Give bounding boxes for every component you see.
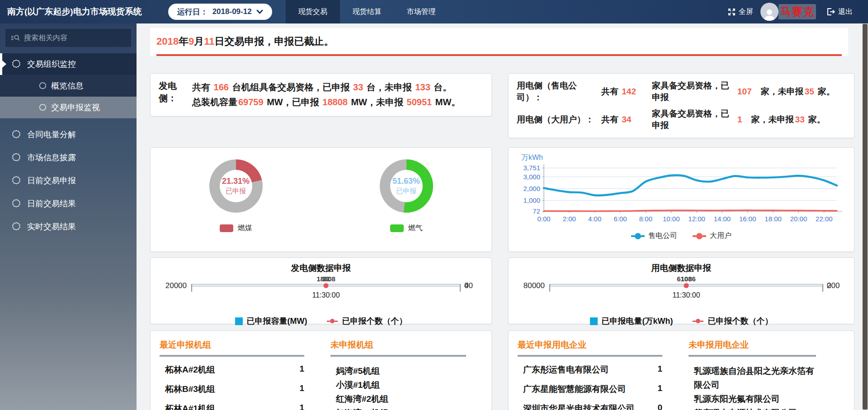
list-title: 未申报机组 (330, 339, 466, 351)
legend-item-energy[interactable]: 已申报电量(万kWh) (590, 316, 673, 326)
sidebar-menu: 交易组织监控 概览信息 交易申报监视 合同电量分解 市场信息披露 (0, 53, 137, 238)
legend-item-capacity[interactable]: 已申报容量(MW) (235, 316, 307, 326)
svg-text:72: 72 (533, 207, 540, 215)
item-count: 1 (657, 364, 662, 376)
fullscreen-label: 全屏 (739, 7, 753, 17)
list-underline (160, 355, 304, 357)
header-right: 全屏 马赛克 退出 (728, 3, 853, 21)
use-row-label: 用电侧（售电公司）： (517, 80, 596, 103)
list-title: 最近申报用电企业 (518, 339, 662, 351)
seal-icon (12, 222, 21, 231)
legend-item-count[interactable]: 已申报个数（个） (693, 316, 773, 326)
sidebar-item-dayahead-results[interactable]: 日前交易结果 (0, 193, 137, 214)
sidebar-item-overview-info[interactable]: 概览信息 (0, 75, 137, 97)
donut-legend-swatch (390, 224, 404, 232)
list-item: 柘林A#2机组1 (160, 364, 304, 376)
logout-button[interactable]: 退出 (827, 7, 853, 17)
nav-tabs: 现货交易 现货结算 市场管理 (286, 0, 448, 23)
seal-icon (12, 199, 21, 208)
list-item: 妈湾#5机组 (330, 364, 466, 378)
tab-spot-settlement[interactable]: 现货结算 (340, 0, 394, 23)
run-date-value: 2018-09-12 (212, 7, 252, 16)
red-dot-marker (327, 319, 338, 323)
pending-units-column: 未申报机组 妈湾#5机组 小漠#1机组 红海湾#2机组 红海湾#1机组 韶关B#… (330, 339, 466, 410)
legend-item-large-user[interactable]: 大用户 (693, 231, 731, 241)
consumption-stats-card: 用电侧（售电公司）： 共有 142 家具备交易资格，已申报 107家，未申报35… (508, 73, 854, 138)
scrollbar[interactable] (862, 23, 868, 410)
app-title: 南方(以广东起步)电力市场现货系统 (7, 6, 142, 18)
list-underline (689, 355, 816, 357)
recent-units-column: 最近申报机组 柘林A#2机组1 柘林B#3机组1 柘林A#1机组1 (160, 339, 304, 410)
sidebar-item-trade-org-monitor[interactable]: 交易组织监控 (0, 53, 137, 75)
svg-text:6:00: 6:00 (613, 215, 627, 223)
item-count: 1 (657, 383, 662, 395)
sidebar-item-contract-decomposition[interactable]: 合同电量分解 (0, 124, 137, 145)
legend-label: 燃气 (408, 224, 423, 233)
logout-icon (827, 8, 835, 15)
pending-enterprises-column: 未申报用电企业 乳源瑶族自治县阳之光亲水箔有限公司 乳源东阳光氟有限公司 肇庆理… (689, 339, 816, 410)
sidebar-item-dayahead-declaration[interactable]: 日前交易申报 (0, 170, 137, 191)
gas-donut-group: 51.63% 已申报 燃气 (380, 159, 433, 252)
legend-item-seller[interactable]: 售电公司 (631, 231, 677, 241)
coal-legend[interactable]: 燃煤 (220, 224, 252, 233)
svg-text:10:00: 10:00 (663, 215, 680, 223)
list-underline (330, 355, 466, 357)
sidebar-item-realtime-results[interactable]: 实时交易结果 (0, 216, 137, 238)
slider-handle[interactable] (684, 283, 689, 288)
svg-text:20:00: 20:00 (790, 215, 807, 223)
svg-text:3,751: 3,751 (523, 164, 540, 172)
search-icon (11, 34, 20, 42)
seal-icon (12, 176, 21, 185)
slider-row: 发电侧数据申报 20000 18808 33 11:30:00 40 0 (150, 257, 848, 324)
consumption-declaration-slider-card: 用电侧数据申报 80000 61086 108 11:30:00 200 0 (508, 257, 854, 324)
item-count: 1 (299, 403, 304, 410)
legend-label: 燃煤 (238, 224, 252, 233)
use-row-label: 用电侧（大用户）： (517, 114, 596, 126)
scrollbar-thumb[interactable] (863, 24, 868, 410)
gen-side-label: 发电侧： (159, 80, 185, 110)
notice-title: 2018年9月11日交易申报，申报已截止。 (156, 35, 842, 48)
list-item: 广东彤运售电有限公司1 (518, 364, 662, 376)
sidebar-search[interactable] (5, 29, 131, 47)
slider-count: 108 (680, 275, 692, 283)
slider-count: 33 (322, 275, 330, 283)
slider-left-label: 80000 (517, 280, 549, 290)
sidebar-item-label: 交易申报监视 (51, 102, 100, 113)
sidebar-item-market-info-disclosure[interactable]: 市场信息披露 (0, 147, 137, 168)
avatar[interactable] (760, 3, 778, 21)
generation-stats-card: 发电侧： 共有 166 台机组具备交易资格，已申报 33 台，未申报 133 台… (150, 73, 492, 116)
seal-icon (12, 60, 21, 69)
donut-center-pct: 51.63% (392, 177, 420, 186)
gas-legend[interactable]: 燃气 (390, 224, 423, 233)
svg-text:12:00: 12:00 (688, 215, 705, 223)
blue-square-marker (235, 317, 243, 325)
list-item: 深圳市华星光电技术有限公司0 (518, 403, 662, 410)
use-row-mid: 家具备交易资格，已申报 (652, 80, 731, 103)
item-count: 0 (657, 403, 662, 410)
use-row-counts: 107家，未申报35家。 (736, 86, 846, 98)
list-item: 柘林B#3机组1 (160, 383, 304, 395)
charts-row: 21.31% 已申报 燃煤 51.63% 已申报 (150, 147, 848, 252)
list-item: 肇庆理士电源技术有限公司 (689, 406, 816, 410)
use-row-mid: 家具备交易资格，已申报 (652, 108, 731, 131)
slider-handle[interactable] (324, 283, 329, 288)
enterprise-lists-card: 最近申报用电企业 广东彤运售电有限公司1 广东星能智慧能源有限公司1 深圳市华星… (508, 331, 854, 410)
sidebar-item-declaration-monitor[interactable]: 交易申报监视 (0, 97, 137, 118)
unit-lists-card: 最近申报机组 柘林A#2机组1 柘林B#3机组1 柘林A#1机组1 未申报机组 … (150, 331, 492, 410)
list-underline (518, 355, 662, 357)
run-date-picker[interactable]: 运行日： 2018-09-12 (168, 4, 272, 20)
use-row-total: 共有 34 (601, 114, 646, 126)
legend-label: 售电公司 (648, 231, 677, 241)
slider-title: 用电侧数据申报 (517, 262, 846, 274)
search-input[interactable] (24, 34, 126, 42)
tab-market-management[interactable]: 市场管理 (394, 0, 448, 23)
legend-item-count[interactable]: 已申报个数（个） (327, 316, 407, 326)
list-item: 广东星能智慧能源有限公司1 (518, 383, 662, 395)
slider-legend: 已申报电量(万kWh) 已申报个数（个） (517, 316, 846, 326)
tab-spot-trading[interactable]: 现货交易 (286, 0, 340, 23)
donut-center: 21.31% 已申报 (220, 170, 252, 202)
item-count: 1 (299, 383, 304, 395)
fullscreen-button[interactable]: 全屏 (728, 7, 753, 17)
y-axis-title: 万kWh (521, 153, 849, 163)
svg-text:3,000: 3,000 (523, 173, 540, 181)
